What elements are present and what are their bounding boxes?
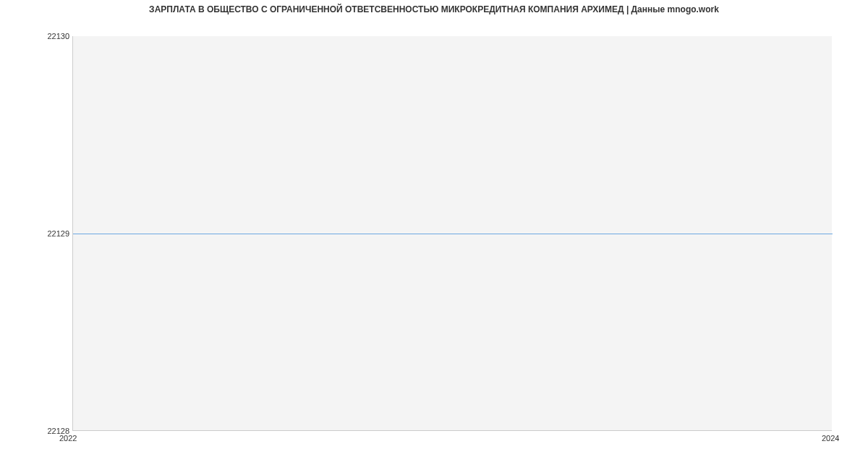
y-tick-label: 22129	[26, 229, 69, 238]
x-tick-label: 2022	[59, 434, 77, 443]
chart-container: ЗАРПЛАТА В ОБЩЕСТВО С ОГРАНИЧЕННОЙ ОТВЕТ…	[0, 0, 868, 470]
data-line	[73, 234, 833, 234]
x-tick-label: 2024	[822, 434, 839, 443]
chart-title: ЗАРПЛАТА В ОБЩЕСТВО С ОГРАНИЧЕННОЙ ОТВЕТ…	[0, 4, 868, 14]
y-tick-label: 22130	[26, 32, 69, 40]
plot-area	[72, 36, 832, 431]
